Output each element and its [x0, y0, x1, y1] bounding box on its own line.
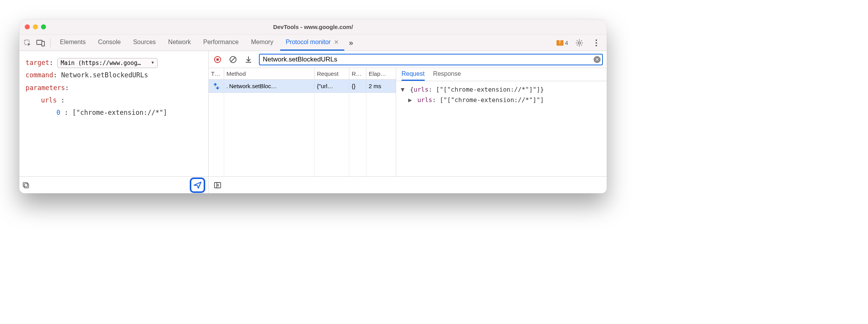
command-editor[interactable]: target: Main (https://www.goog… command:… — [19, 51, 208, 176]
parameters-label: parameters — [26, 84, 65, 92]
tab-memory[interactable]: Memory — [245, 35, 279, 51]
grid-row[interactable]: . Network.setBloc… {"url… {} 2 ms — [209, 80, 396, 93]
tab-label: Console — [98, 39, 121, 46]
target-label: target — [26, 59, 49, 67]
window-title: DevTools - www.google.com/ — [19, 24, 607, 30]
command-label: command — [26, 71, 53, 79]
tab-network[interactable]: Network — [163, 35, 196, 51]
col-type[interactable]: T… — [209, 68, 224, 79]
toggle-sidebar-icon[interactable] — [212, 179, 223, 191]
save-icon[interactable] — [243, 55, 254, 65]
copy-icon[interactable] — [22, 182, 29, 189]
request-tree[interactable]: ▼ {urls: ["["chrome-extension://*"]"]} ▶… — [396, 81, 607, 176]
row-request: {"url… — [315, 83, 349, 89]
svg-rect-7 — [24, 184, 29, 188]
tab-label: Elements — [60, 39, 86, 46]
main-split: target: Main (https://www.goog… command:… — [19, 51, 607, 193]
protocol-toolbar: ✕ — [209, 51, 607, 68]
record-button[interactable] — [213, 55, 223, 65]
protocol-body: T… Method Request R… Elap… . Network.set… — [209, 68, 607, 176]
target-select[interactable]: Main (https://www.goog… — [57, 58, 158, 68]
svg-rect-8 — [23, 182, 27, 187]
inspect-icon[interactable] — [22, 37, 33, 49]
devtools-window: DevTools - www.google.com/ Elements Cons… — [19, 19, 607, 193]
tab-elements[interactable]: Elements — [54, 35, 91, 51]
editor-footer — [19, 176, 208, 193]
settings-icon[interactable] — [574, 37, 585, 49]
param-value: ["chrome-extension://*"] — [72, 109, 167, 116]
row-response: {} — [349, 83, 366, 89]
svg-rect-1 — [37, 40, 42, 44]
warning-icon — [557, 40, 563, 46]
param-key: urls — [41, 96, 57, 104]
message-type-icon — [209, 83, 224, 90]
close-window-button[interactable] — [25, 24, 30, 29]
row-elapsed: 2 ms — [366, 83, 396, 89]
svg-rect-10 — [216, 58, 219, 61]
details-tab-response[interactable]: Response — [433, 70, 461, 81]
window-controls — [19, 24, 46, 29]
col-elapsed[interactable]: Elap… — [366, 68, 396, 79]
tab-label: Network — [168, 39, 191, 46]
svg-point-4 — [596, 39, 597, 41]
kebab-menu-icon[interactable] — [591, 37, 602, 49]
tab-label: Memory — [251, 39, 273, 46]
expand-arrow-icon[interactable]: ▶ — [408, 95, 414, 105]
issues-count: 4 — [565, 39, 568, 46]
separator — [50, 39, 51, 47]
svg-point-3 — [578, 42, 580, 44]
tab-label: Sources — [133, 39, 156, 46]
close-tab-icon[interactable]: ✕ — [334, 39, 339, 46]
param-index: 0 — [56, 109, 60, 116]
tab-label: Performance — [203, 39, 239, 46]
protocol-log-pane: ✕ T… Method Request R… Elap… — [209, 51, 607, 193]
protocol-footer — [209, 176, 607, 193]
message-grid: T… Method Request R… Elap… . Network.set… — [209, 68, 396, 176]
grid-header: T… Method Request R… Elap… — [209, 68, 396, 80]
row-method: . Network.setBloc… — [224, 83, 315, 89]
tab-performance[interactable]: Performance — [198, 35, 244, 51]
titlebar: DevTools - www.google.com/ — [19, 19, 607, 35]
device-toolbar-icon[interactable] — [35, 37, 46, 49]
clear-filter-icon[interactable]: ✕ — [594, 56, 601, 63]
grid-gridlines — [209, 93, 396, 176]
clear-button[interactable] — [228, 55, 238, 65]
tab-label: Protocol monitor — [286, 39, 331, 46]
tab-sources[interactable]: Sources — [128, 35, 161, 51]
col-response[interactable]: R… — [349, 68, 366, 79]
tab-console[interactable]: Console — [93, 35, 126, 51]
svg-rect-2 — [42, 41, 44, 46]
svg-point-5 — [596, 42, 597, 44]
details-tab-request[interactable]: Request — [402, 70, 425, 81]
svg-point-6 — [596, 45, 597, 46]
col-method[interactable]: Method — [224, 68, 315, 79]
issues-badge[interactable]: 4 — [557, 39, 568, 46]
command-editor-pane: target: Main (https://www.goog… command:… — [19, 51, 209, 193]
send-command-button[interactable] — [190, 177, 205, 193]
tab-protocol-monitor[interactable]: Protocol monitor ✕ — [280, 35, 344, 51]
details-pane: Request Response ▼ {urls: ["["chrome-ext… — [396, 68, 607, 176]
panel-tabstrip: Elements Console Sources Network Perform… — [19, 35, 607, 51]
overflow-tabs-button[interactable]: » — [346, 38, 356, 47]
expand-arrow-icon[interactable]: ▼ — [401, 84, 406, 95]
command-value: Network.setBlockedURLs — [61, 71, 148, 79]
zoom-window-button[interactable] — [41, 24, 46, 29]
svg-line-12 — [231, 57, 235, 62]
minimize-window-button[interactable] — [33, 24, 38, 29]
details-tabs: Request Response — [396, 68, 607, 81]
col-request[interactable]: Request — [315, 68, 349, 79]
filter-input[interactable] — [259, 54, 603, 65]
